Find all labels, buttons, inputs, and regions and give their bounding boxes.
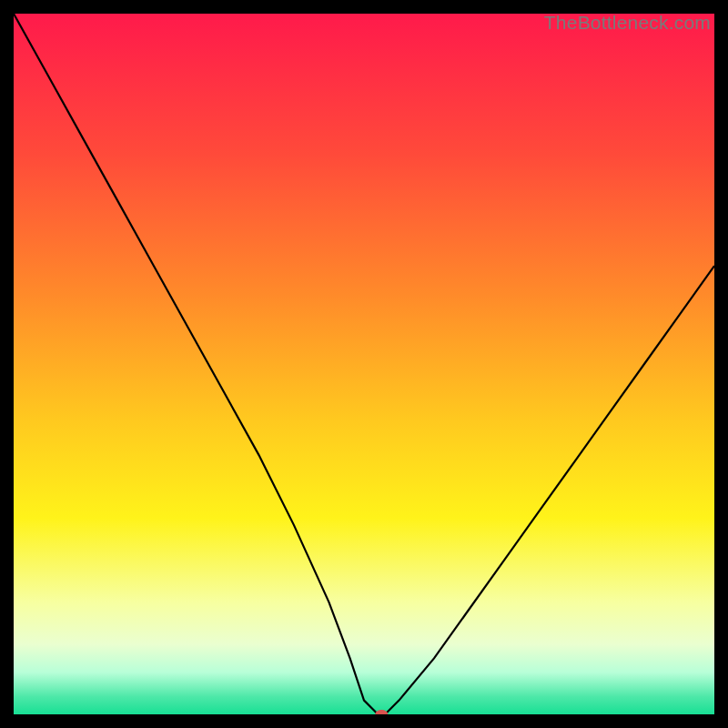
watermark-text: TheBottleneck.com — [544, 12, 711, 34]
chart-background — [14, 14, 714, 714]
chart-frame: TheBottleneck.com — [14, 14, 714, 714]
bottleneck-chart — [14, 14, 714, 714]
